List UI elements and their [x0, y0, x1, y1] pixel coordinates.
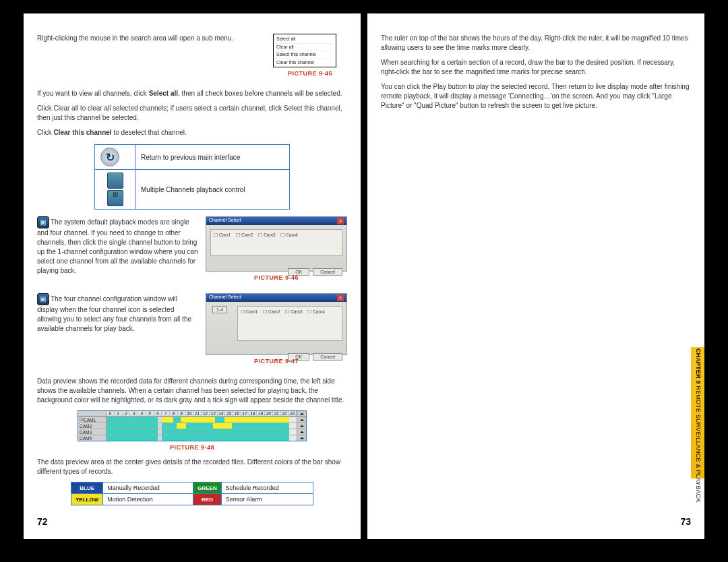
refresh-icon: ↻ [100, 148, 119, 166]
menu-item: Clear this channel [276, 59, 333, 67]
context-menu-image: Select all Clear all Select this channel… [273, 34, 336, 67]
intro-text: Right-clicking the mouse in the search a… [37, 34, 266, 78]
color-legend-table: BLUE Manually Recorded GREEN Schedule Re… [71, 482, 313, 505]
screenshot-9-46: Channel Select× Cam1 Cam2 Cam3 Cam4 OK C… [206, 216, 347, 272]
timeline-row: CAM4 ◂▸ [78, 435, 306, 441]
timeline-ruler: 01234567891011121314151617181920212223 [107, 411, 297, 416]
cancel-button: Cancel [313, 268, 342, 276]
timeline-row: ☑CAM1 ◂▸ [78, 416, 306, 423]
paragraph: If you want to view all channels, click … [37, 89, 347, 98]
cancel-button: Cancel [313, 353, 342, 361]
legend-text: Manually Recorded [103, 482, 193, 494]
menu-item: Clear all [276, 44, 333, 52]
chapter-side-tab: CHAPTER 9 REMOTE SURVEILLANCE & PLAYBACK [691, 347, 704, 478]
paragraph: The four channel configuration window wi… [37, 293, 199, 334]
timeline-preview: 01234567891011121314151617181920212223 ◂… [78, 410, 307, 441]
single-channel-icon [107, 173, 124, 189]
menu-item: Select this channel [276, 51, 333, 59]
legend-tag-red: RED [193, 494, 221, 505]
legend-tag-yellow: YELLOW [71, 494, 103, 505]
legend-tag-blue: BLUE [71, 482, 103, 494]
paragraph: The ruler on top of the bar shows the ho… [381, 34, 691, 53]
paragraph: Data preview shows the recorded data for… [37, 377, 347, 405]
paragraph: You can click the Play button to play th… [381, 82, 691, 111]
quad-view-icon [37, 293, 49, 305]
screenshot-9-47: Channel Select× 1-4 Cam1 Cam2 Cam3 Cam4 [206, 293, 347, 355]
page-number: 72 [37, 516, 48, 527]
table-cell: Return to previous main interface [135, 145, 290, 170]
paragraph: Click Clear all to clear all selected ch… [37, 104, 347, 123]
paragraph: The data preview area at the center give… [37, 458, 347, 476]
paragraph: When searching for a certain section of … [381, 58, 691, 77]
paragraph: The system default playback modes are si… [37, 216, 199, 276]
page-right: The ruler on top of the bar shows the ho… [367, 13, 704, 539]
table-cell: Multiple Channels playback control [135, 170, 290, 210]
paragraph: Click Clear this channel to deselect tha… [37, 128, 347, 137]
legend-text: Motion Detection [103, 494, 193, 505]
quad-channel-icon: ⊞ [107, 190, 124, 206]
icon-description-table: ↻ Return to previous main interface ⊞ Mu… [94, 144, 290, 210]
timeline-row: CAM2 ◂▸ [78, 423, 306, 429]
caption-9-48: PICTURE 9-48 [37, 444, 347, 451]
timeline-row: CAM3 ◂▸ [78, 429, 306, 435]
page-number: 73 [680, 516, 691, 527]
legend-tag-green: GREEN [193, 482, 221, 494]
legend-text: Sensor Alarm [221, 494, 313, 505]
menu-item: Select all [276, 36, 333, 44]
legend-text: Schedule Recorded [221, 482, 313, 494]
caption-9-45: PICTURE 9-45 [273, 70, 347, 77]
single-view-icon [37, 216, 49, 228]
page-left: Right-clicking the mouse in the search a… [24, 13, 361, 539]
